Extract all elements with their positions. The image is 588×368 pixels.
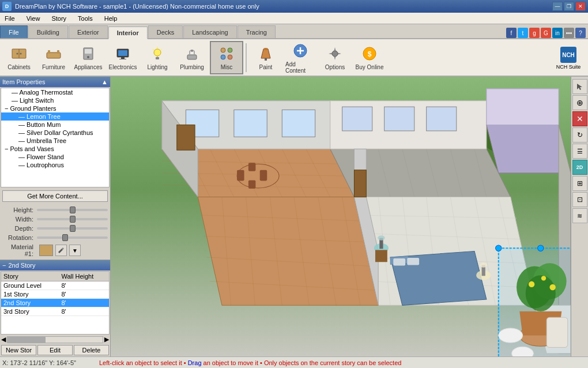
- tool-options[interactable]: Options: [318, 41, 352, 74]
- tool-appliances[interactable]: Appliances: [71, 41, 105, 74]
- layers-button[interactable]: ≋: [572, 208, 587, 223]
- tree-item-silver-dollar[interactable]: — Silver Dollar Cyrtanthus: [1, 129, 109, 137]
- tree-item-flower-stand[interactable]: — Flower Stand: [1, 153, 109, 161]
- rotation-slider[interactable]: [37, 236, 108, 239]
- story-scroll-thumb[interactable]: [7, 337, 46, 343]
- tool-cabinets[interactable]: Cabinets: [2, 41, 36, 74]
- story-panel-header[interactable]: − 2nd Story: [0, 260, 110, 271]
- tool-electronics[interactable]: Electronics: [106, 41, 140, 74]
- svg-point-14: [154, 49, 161, 56]
- facebook-icon[interactable]: f: [506, 28, 517, 38]
- svg-rect-99: [354, 170, 366, 197]
- scroll-left-btn[interactable]: ◀: [1, 336, 6, 343]
- tab-landscaping[interactable]: Landscaping: [183, 25, 236, 38]
- minimize-button[interactable]: —: [552, 2, 563, 11]
- tab-building[interactable]: Building: [28, 25, 68, 38]
- tool-furniture[interactable]: Furniture: [37, 41, 70, 74]
- depth-slider[interactable]: [37, 227, 108, 230]
- grid-button[interactable]: ⊞: [572, 176, 587, 191]
- tab-exterior[interactable]: Exterior: [69, 25, 108, 38]
- material-swatch[interactable]: [39, 245, 53, 256]
- get-more-content-button[interactable]: Get More Content...: [2, 190, 108, 202]
- new-story-button[interactable]: New Stor: [1, 345, 36, 355]
- scroll-right-btn[interactable]: ▶: [104, 336, 109, 343]
- tool-lighting[interactable]: Lighting: [141, 41, 174, 74]
- close-button[interactable]: ✕: [575, 2, 586, 11]
- snap-button[interactable]: ⊡: [572, 192, 587, 207]
- tree-item-light-switch[interactable]: — Light Switch: [1, 96, 109, 104]
- story-scroll-track[interactable]: [7, 336, 103, 343]
- tab-decks[interactable]: Decks: [148, 25, 183, 38]
- material-edit-button[interactable]: [55, 245, 67, 256]
- options-icon: [326, 44, 344, 63]
- zoom-button[interactable]: ⊕: [572, 95, 587, 110]
- story-row-2[interactable]: 2nd Story8': [1, 299, 109, 307]
- svg-rect-19: [156, 57, 159, 59]
- story-row-3[interactable]: 3rd Story8': [1, 307, 109, 316]
- svg-point-9: [87, 56, 89, 58]
- more-icon[interactable]: •••: [564, 28, 574, 38]
- tree-item-loutrophorus[interactable]: — Loutrophorus: [1, 161, 109, 169]
- google-icon[interactable]: g: [529, 28, 540, 38]
- tab-tracing[interactable]: Tracing: [238, 25, 276, 38]
- tree-item-lemon-tree[interactable]: — Lemon Tree: [1, 112, 109, 121]
- svg-rect-13: [119, 59, 126, 59]
- cursor-tool-button[interactable]: [572, 79, 587, 94]
- tool-misc[interactable]: Misc: [210, 41, 243, 74]
- help-icon[interactable]: ?: [575, 28, 586, 38]
- app-icon: D: [2, 2, 12, 11]
- material-dropdown-button[interactable]: ▼: [69, 245, 81, 256]
- width-slider[interactable]: [37, 218, 108, 220]
- svg-rect-5: [48, 50, 50, 54]
- item-properties-panel: Item Properties ▲ — Analog Thermostat— L…: [0, 77, 110, 260]
- svg-rect-109: [375, 250, 387, 262]
- gplus-icon[interactable]: G: [541, 28, 551, 38]
- height-slider[interactable]: [37, 209, 108, 211]
- svg-line-18: [161, 49, 162, 50]
- tab-interior[interactable]: Interior: [108, 27, 148, 39]
- tool-buy-online[interactable]: $ Buy Online: [353, 41, 386, 74]
- rotate-button[interactable]: ↻: [572, 127, 587, 142]
- tree-item-pots-vases[interactable]: − Pots and Vases: [1, 145, 109, 153]
- 3d-view[interactable]: ×: [111, 77, 571, 356]
- menu-file[interactable]: File: [2, 14, 17, 23]
- maximize-button[interactable]: ❐: [564, 2, 574, 11]
- window-controls[interactable]: — ❐ ✕: [552, 2, 586, 11]
- canvas-area[interactable]: ×: [111, 77, 571, 356]
- menu-button[interactable]: ☰: [572, 144, 587, 159]
- menu-help[interactable]: Help: [102, 14, 120, 23]
- toolbar: Cabinets Furniture Appliances Electronic…: [0, 39, 588, 77]
- delete-story-button[interactable]: Delete: [74, 345, 109, 355]
- svg-point-21: [191, 50, 193, 52]
- scene-svg: ×: [111, 77, 571, 356]
- hint-drag: Drag: [188, 359, 202, 366]
- tree-item-button-mum[interactable]: — Button Mum: [1, 121, 109, 129]
- nch-suite-button[interactable]: NCH NCH Suite: [551, 46, 586, 70]
- tab-file[interactable]: File: [0, 25, 28, 38]
- story-row-1[interactable]: 1st Story8': [1, 290, 109, 299]
- svg-rect-104: [393, 258, 405, 266]
- delete-button[interactable]: ✕: [572, 111, 587, 126]
- tree-item-ground-planters[interactable]: − Ground Planters: [1, 104, 109, 112]
- height-row: Height:: [2, 206, 108, 213]
- linkedin-icon[interactable]: in: [552, 28, 563, 38]
- story-row-0[interactable]: Ground Level8': [1, 281, 109, 290]
- svg-point-3: [20, 53, 22, 55]
- tool-add-content[interactable]: Add Content: [284, 41, 317, 74]
- item-properties-collapse[interactable]: ▲: [101, 78, 108, 85]
- tool-plumbing[interactable]: Plumbing: [175, 41, 209, 74]
- tool-plumbing-label: Plumbing: [180, 64, 204, 70]
- menu-view[interactable]: View: [24, 14, 43, 23]
- height-label: Height:: [2, 206, 37, 213]
- 2d-view-button[interactable]: 2D: [572, 160, 587, 175]
- twitter-icon[interactable]: t: [518, 28, 528, 38]
- tool-paint[interactable]: Paint: [249, 41, 282, 74]
- titlebar: D DreamPlan by NCH Software - sample1 - …: [0, 0, 588, 13]
- menu-tools[interactable]: Tools: [76, 14, 95, 23]
- story-tbody: Ground Level8'1st Story8'2nd Story8'3rd …: [1, 281, 109, 316]
- menu-story[interactable]: Story: [49, 14, 69, 23]
- tree-item-umbrella-tree[interactable]: — Umbrella Tree: [1, 137, 109, 145]
- edit-story-button[interactable]: Edit: [37, 345, 73, 355]
- toolbar-separator: [246, 43, 247, 72]
- tree-item-analog-thermostat[interactable]: — Analog Thermostat: [1, 88, 109, 96]
